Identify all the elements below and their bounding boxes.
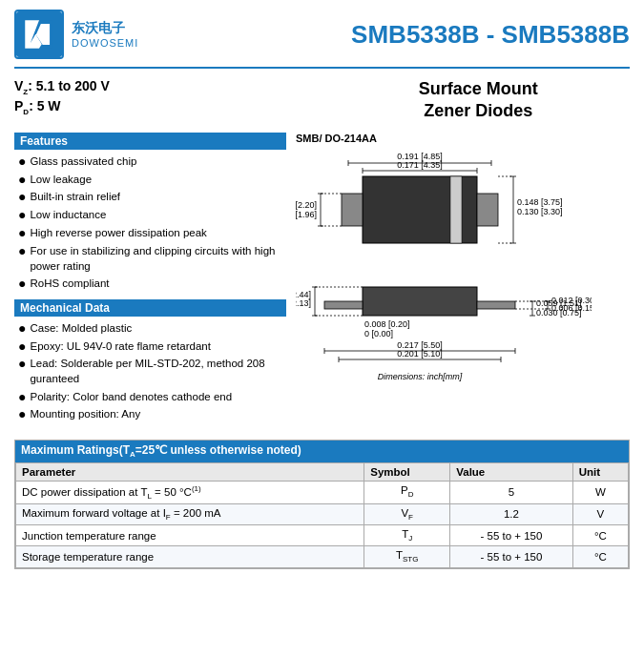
symbol-cell: TSTG — [364, 546, 450, 567]
company-en: DOWOSEMI — [72, 37, 138, 49]
dim-note: Dimensions: inch[mm] — [378, 372, 463, 381]
param-cell: Storage temperature range — [16, 546, 364, 567]
list-item: ●For use in stabilizing and clipping cir… — [18, 243, 286, 274]
value-cell: 5 — [450, 481, 572, 503]
value-cell: - 55 to + 150 — [450, 524, 572, 545]
header: 东沃电子 DOWOSEMI SMB5338B - SMB5388B — [14, 10, 630, 69]
specs-title: Surface Mount Zener Diodes — [327, 78, 631, 123]
svg-rect-13 — [450, 176, 462, 243]
unit-cell: °C — [572, 546, 628, 567]
dim-text: 0 [0.00] — [364, 329, 393, 338]
bullet-icon: ● — [18, 172, 26, 188]
symbol-cell: TJ — [364, 524, 450, 545]
svg-rect-26 — [477, 301, 515, 309]
list-item: ●Glass passivated chip — [18, 154, 286, 170]
left-col: Features ●Glass passivated chip ●Low lea… — [14, 133, 286, 430]
dim-text: 0.201 [5.10] — [397, 349, 443, 359]
list-item: ●Built-in strain relief — [18, 189, 286, 205]
dim-text: 0.030 [0.75] — [536, 308, 582, 318]
param-cell: Maximum forward voltage at IF = 200 mA — [16, 503, 364, 524]
company-name: 东沃电子 DOWOSEMI — [72, 20, 138, 49]
list-item: ●Case: Molded plastic — [18, 320, 286, 337]
bullet-icon: ● — [18, 356, 26, 372]
table-row: Maximum forward voltage at IF = 200 mA V… — [16, 503, 629, 524]
list-item: ●Low inductance — [18, 207, 286, 223]
specs-vz: VZ: 5.1 to 200 V — [14, 78, 318, 96]
svg-rect-11 — [342, 194, 363, 226]
bullet-icon: ● — [18, 207, 26, 223]
col-header-unit: Unit — [572, 462, 628, 481]
bullet-icon: ● — [18, 406, 26, 422]
table-row: Storage temperature range TSTG - 55 to +… — [16, 546, 629, 567]
dim-text: 0.171 [4.35] — [397, 160, 443, 170]
bullet-icon: ● — [18, 276, 26, 292]
bullet-icon: ● — [18, 338, 26, 355]
svg-rect-24 — [363, 287, 477, 316]
col-header-value: Value — [450, 462, 572, 481]
list-item: ●Polarity: Color band denotes cathode en… — [18, 389, 286, 405]
list-item: ●Mounting position: Any — [18, 406, 286, 422]
features-list: ●Glass passivated chip ●Low leakage ●Bui… — [14, 154, 286, 292]
features-header: Features — [14, 133, 286, 150]
svg-rect-25 — [324, 301, 363, 309]
unit-cell: W — [572, 481, 628, 503]
bullet-icon: ● — [18, 320, 26, 337]
logo-box — [14, 10, 64, 59]
table-row: DC power dissipation at TL = 50 °C(1) PD… — [16, 481, 629, 503]
svg-rect-12 — [477, 194, 498, 226]
dim-text: 0.087 [2.20] — [296, 200, 317, 210]
symbol-cell: VF — [364, 503, 450, 524]
dim-text: 0.084 [2.13] — [296, 298, 311, 308]
logo-icon — [16, 11, 62, 57]
specs-row: VZ: 5.1 to 200 V PD: 5 W Surface Mount Z… — [14, 78, 630, 123]
unit-cell: V — [572, 503, 628, 524]
company-cn: 东沃电子 — [72, 20, 138, 37]
param-cell: DC power dissipation at TL = 50 °C(1) — [16, 481, 364, 503]
table-row: Junction temperature range TJ - 55 to + … — [16, 524, 629, 545]
specs-right: Surface Mount Zener Diodes — [327, 78, 631, 123]
ratings-table: Parameter Symbol Value Unit DC power dis… — [15, 462, 629, 568]
right-col: SMB/ DO-214AA 0.191 [4.85] 0.171 [4.35] — [296, 133, 630, 430]
mechanical-header: Mechanical Data — [14, 299, 286, 317]
bullet-icon: ● — [18, 389, 26, 405]
col-header-symbol: Symbol — [364, 462, 450, 481]
list-item: ●Lead: Solderable per MIL-STD-202, metho… — [18, 356, 286, 386]
diagram-svg: 0.191 [4.85] 0.171 [4.35] — [296, 146, 592, 403]
value-cell: - 55 to + 150 — [450, 546, 572, 567]
dim-text: 0.059 [1.51] — [536, 298, 582, 308]
part-number: SMB5338B - SMB5388B — [167, 20, 630, 50]
page: 东沃电子 DOWOSEMI SMB5338B - SMB5388B VZ: 5.… — [0, 0, 644, 579]
symbol-cell: PD — [364, 481, 450, 503]
unit-cell: °C — [572, 524, 628, 545]
dim-text: 0.148 [3.75] — [517, 197, 563, 207]
bullet-icon: ● — [18, 225, 26, 241]
mechanical-list: ●Case: Molded plastic ●Epoxy: UL 94V-0 r… — [14, 320, 286, 422]
ratings-header: Maximum Ratings(TA=25℃ unless otherwise … — [15, 441, 629, 461]
list-item: ●Epoxy: UL 94V-0 rate flame retardant — [18, 338, 286, 355]
bullet-icon: ● — [18, 189, 26, 205]
ratings-section: Maximum Ratings(TA=25℃ unless otherwise … — [14, 440, 630, 568]
logo-area: 东沃电子 DOWOSEMI — [14, 10, 167, 59]
param-cell: Junction temperature range — [16, 524, 364, 545]
specs-left: VZ: 5.1 to 200 V PD: 5 W — [14, 78, 318, 123]
diagram-label: SMB/ DO-214AA — [296, 133, 630, 144]
dim-text: 0.008 [0.20] — [364, 319, 410, 329]
list-item: ●Low leakage — [18, 172, 286, 188]
bullet-icon: ● — [18, 243, 26, 259]
value-cell: 1.2 — [450, 503, 572, 524]
bullet-icon: ● — [18, 154, 26, 170]
col-header-parameter: Parameter — [16, 462, 364, 481]
main-content: Features ●Glass passivated chip ●Low lea… — [14, 133, 630, 430]
list-item: ●RoHS compliant — [18, 276, 286, 292]
list-item: ●High reverse power dissipation peak — [18, 225, 286, 241]
specs-pd: PD: 5 W — [14, 98, 318, 116]
dim-text: 0.077 [1.96] — [296, 210, 317, 219]
dim-text: 0.130 [3.30] — [517, 207, 563, 216]
